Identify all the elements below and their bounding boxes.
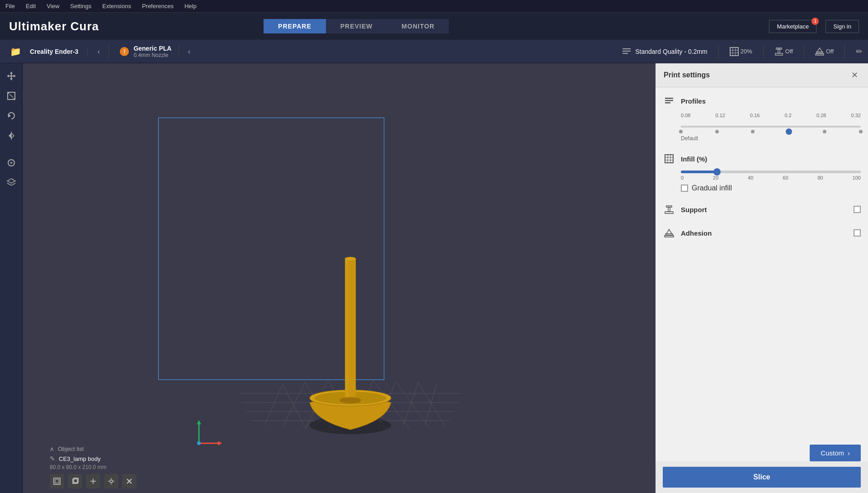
svg-marker-26 (9, 133, 11, 138)
obj-duplicate-button[interactable] (68, 474, 82, 488)
settings-icon (108, 478, 115, 485)
svg-marker-27 (11, 133, 14, 138)
settings-content: Profiles 0.08 0.12 0.16 0.2 0.28 0.32 (656, 87, 868, 461)
svg-marker-30 (7, 179, 15, 183)
adhesion-section: Adhesion (663, 227, 861, 239)
svg-marker-51 (218, 441, 222, 446)
layers-icon (6, 178, 16, 188)
tool-rotate[interactable] (3, 108, 19, 124)
object-list-chevron: ∧ (50, 446, 54, 452)
move-icon (6, 71, 16, 81)
adhesion-icon (815, 47, 824, 56)
custom-label: Custom (821, 449, 844, 457)
obj-delete-button[interactable] (122, 474, 137, 488)
multiprint-icon (90, 478, 97, 485)
infill-track (681, 171, 861, 173)
menu-file[interactable]: File (4, 2, 17, 10)
svg-point-54 (197, 441, 201, 445)
slider-track (681, 126, 861, 128)
infill-val-2: 40 (748, 175, 753, 180)
adhesion-checkbox[interactable] (854, 229, 861, 237)
object-actions (50, 474, 137, 488)
adhesion-setting[interactable]: Off (815, 47, 834, 56)
profiles-row: Profiles (663, 95, 861, 107)
infill-thumb[interactable] (713, 168, 721, 175)
infill-setting[interactable]: 20% (730, 47, 752, 56)
svg-rect-3 (730, 47, 738, 56)
profile-slider[interactable] (681, 120, 861, 133)
lamp-3d-model (237, 231, 463, 466)
tool-mirror[interactable] (3, 128, 19, 144)
infill-settings-icon (664, 154, 674, 164)
profile-val-5: 0.32 (851, 113, 861, 118)
gradual-infill-checkbox[interactable] (681, 185, 688, 192)
infill-section: Infill (%) 0 20 40 60 80 100 (663, 152, 861, 192)
duplicate-icon (71, 478, 79, 485)
profile-val-0: 0.08 (681, 113, 690, 118)
slice-button-container: Slice (656, 461, 868, 493)
edit-settings-icon[interactable]: ✏ (856, 47, 863, 57)
profiles-section: Profiles 0.08 0.12 0.16 0.2 0.28 0.32 (663, 95, 861, 142)
folder-button[interactable]: 📁 (5, 42, 25, 62)
obj-view-button[interactable] (50, 474, 64, 488)
menu-help[interactable]: Help (183, 2, 198, 10)
marketplace-button[interactable]: Marketplace 1 (769, 20, 816, 33)
main-area: ∧ Object list ✎ CE3_lamp body 80.0 x 80.… (0, 63, 868, 493)
support-section: Support (663, 203, 861, 216)
infill-val-3: 60 (783, 175, 788, 180)
tool-layers[interactable] (3, 175, 19, 191)
infill-slider[interactable]: 0 20 40 60 80 100 (681, 171, 861, 180)
adhesion-value: Off (826, 48, 834, 55)
custom-button[interactable]: Custom › (810, 445, 861, 461)
infill-row: Infill (%) (663, 152, 861, 165)
support-checkbox[interactable] (854, 206, 861, 213)
mirror-icon (6, 131, 16, 141)
tool-snapping[interactable] (3, 155, 19, 171)
support-settings-label: Support (681, 206, 726, 213)
nav-preview[interactable]: PREVIEW (326, 19, 387, 33)
default-label: Default (681, 135, 861, 142)
nav-monitor[interactable]: MONITOR (387, 19, 449, 33)
menu-edit[interactable]: Edit (24, 2, 38, 10)
separator (108, 44, 109, 59)
viewport[interactable]: ∧ Object list ✎ CE3_lamp body 80.0 x 80.… (23, 63, 656, 493)
infill-icon (663, 152, 675, 165)
infill-fill (681, 171, 717, 173)
profiles-icon (663, 95, 675, 107)
nav-prepare[interactable]: PREPARE (264, 19, 326, 33)
separator (763, 44, 764, 59)
obj-settings-button[interactable] (104, 474, 118, 488)
menu-preferences[interactable]: Preferences (140, 2, 175, 10)
menu-settings[interactable]: Settings (68, 2, 93, 10)
menu-extensions[interactable]: Extensions (100, 2, 133, 10)
material-nozzle: 0.4mm Nozzle (133, 52, 171, 58)
object-list-toggle[interactable]: ∧ Object list (50, 446, 137, 452)
rotate-icon (6, 111, 16, 121)
menu-view[interactable]: View (45, 2, 61, 10)
app-logo: Ultimaker Cura (9, 19, 99, 33)
svg-rect-66 (665, 102, 670, 104)
svg-marker-19 (14, 75, 16, 77)
quality-button[interactable]: Standard Quality - 0.2mm (622, 47, 708, 57)
infill-val-0: 0 (681, 175, 684, 180)
support-settings-icon (663, 203, 675, 216)
logo-ultimaker: Ultimaker (9, 19, 67, 33)
tool-move[interactable] (3, 68, 19, 84)
svg-marker-13 (817, 48, 822, 52)
support-setting[interactable]: Off (774, 47, 793, 56)
svg-line-42 (425, 384, 436, 425)
adhesion-settings-label: Adhesion (681, 229, 726, 237)
close-settings-button[interactable]: ✕ (849, 70, 860, 81)
marketplace-badge: 1 (811, 18, 819, 25)
slice-button[interactable]: Slice (663, 467, 861, 488)
svg-rect-65 (665, 100, 673, 101)
profile-values: 0.08 0.12 0.16 0.2 0.28 0.32 (681, 113, 861, 118)
infill-val-1: 20 (713, 175, 718, 180)
obj-multiprint-button[interactable] (86, 474, 100, 488)
signin-button[interactable]: Sign in (826, 20, 859, 33)
tool-scale[interactable] (3, 88, 19, 104)
material-next-button[interactable]: ‹ (183, 45, 195, 58)
lamp-base-ring (340, 397, 361, 403)
infill-val-5: 100 (853, 175, 861, 180)
device-prev-button[interactable]: ‹ (92, 45, 105, 58)
